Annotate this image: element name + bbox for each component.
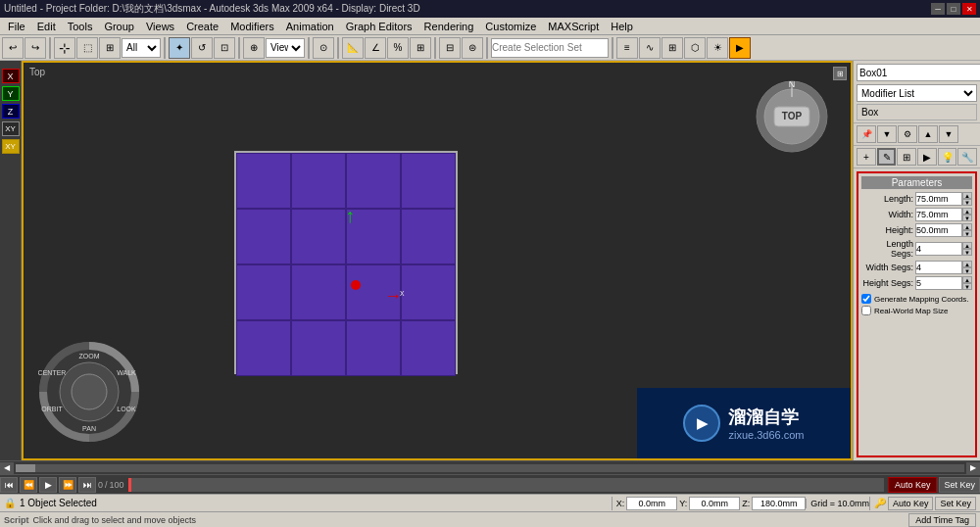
menu-tools[interactable]: Tools <box>62 20 99 33</box>
timeline-frame-track[interactable] <box>128 478 884 492</box>
curve-editor-button[interactable]: ∿ <box>639 37 661 59</box>
timeline-play[interactable]: ▶ <box>39 477 57 493</box>
length-segs-spin-up[interactable]: ▲ <box>962 242 972 249</box>
select-button[interactable]: ⊹ <box>54 37 75 59</box>
timeline-scroll-right[interactable]: ▶ <box>966 462 980 474</box>
width-segs-spin-down[interactable]: ▼ <box>962 267 972 274</box>
ref-coord-button[interactable]: ⊕ <box>243 37 265 59</box>
set-key-status[interactable]: Set Key <box>935 497 976 510</box>
maximize-button[interactable]: □ <box>947 3 960 15</box>
length-spin-down[interactable]: ▼ <box>962 199 972 206</box>
width-segs-input[interactable] <box>915 261 962 274</box>
modify-tab[interactable]: ✎ <box>877 148 897 166</box>
utilities-tab[interactable]: 🔧 <box>957 148 977 166</box>
spinner-snap-button[interactable]: ⊞ <box>410 37 431 59</box>
move-button[interactable]: ✦ <box>169 37 190 59</box>
modifier-up-button[interactable]: ▲ <box>918 125 938 143</box>
length-segs-input[interactable] <box>915 242 962 256</box>
modifier-stack-item[interactable]: Box <box>857 104 977 120</box>
width-segs-spin-up[interactable]: ▲ <box>962 261 972 267</box>
minimize-button[interactable]: ─ <box>931 3 945 15</box>
timeline-prev-frame[interactable]: ⏪ <box>20 477 37 493</box>
undo-button[interactable]: ↩ <box>2 37 24 59</box>
width-spin-up[interactable]: ▲ <box>962 208 972 215</box>
x-axis-button[interactable]: X <box>2 69 20 83</box>
layer-manager-button[interactable]: ≡ <box>616 37 638 59</box>
menu-modifiers[interactable]: Modifiers <box>224 20 280 33</box>
modifier-show-button[interactable]: ▼ <box>877 125 897 143</box>
real-world-map-checkbox[interactable] <box>861 306 871 315</box>
xy2-axis-button[interactable]: XY <box>2 139 20 154</box>
y-coord-input[interactable] <box>689 497 740 510</box>
angle-snap-button[interactable]: ∠ <box>365 37 386 59</box>
auto-key-button[interactable]: Auto Key <box>888 477 938 493</box>
height-segs-spin-down[interactable]: ▼ <box>962 283 972 290</box>
modifier-pin-button[interactable]: 📌 <box>857 125 876 143</box>
menu-group[interactable]: Group <box>98 20 140 33</box>
z-axis-button[interactable]: Z <box>2 104 20 119</box>
auto-key-status[interactable]: Auto Key <box>888 497 934 510</box>
height-input[interactable] <box>915 223 962 237</box>
mirror-button[interactable]: ⊟ <box>439 37 461 59</box>
height-segs-spin-up[interactable]: ▲ <box>962 276 972 283</box>
snap-button[interactable]: 📐 <box>342 37 364 59</box>
nav-widget[interactable]: ZOOM PAN CENTER WALK ORBIT LOOK <box>38 341 141 444</box>
menu-graph-editors[interactable]: Graph Editors <box>340 20 418 33</box>
generate-mapping-checkbox[interactable] <box>861 294 871 304</box>
set-key-button[interactable]: Set Key <box>939 477 980 493</box>
maximize-viewport-button[interactable]: ⊞ <box>833 67 847 80</box>
timeline-track[interactable] <box>16 464 964 472</box>
timeline-thumb[interactable] <box>16 464 35 472</box>
view-select[interactable]: View <box>266 38 305 58</box>
length-spin-up[interactable]: ▲ <box>962 192 972 199</box>
align-button[interactable]: ⊜ <box>462 37 483 59</box>
menu-edit[interactable]: Edit <box>31 20 62 33</box>
hierarchy-tab[interactable]: ⊞ <box>897 148 916 166</box>
z-coord-input[interactable] <box>752 497 806 510</box>
gizmo-y-arrow[interactable]: ↑ <box>345 205 355 227</box>
menu-animation[interactable]: Animation <box>280 20 340 33</box>
create-tab[interactable]: + <box>857 148 876 166</box>
select-filter-button[interactable]: ⊞ <box>99 37 121 59</box>
filter-select[interactable]: All <box>122 38 161 58</box>
xy-axis-button[interactable]: XY <box>2 121 20 136</box>
rotate-button[interactable]: ↺ <box>191 37 213 59</box>
height-segs-input[interactable] <box>915 276 962 290</box>
percent-snap-button[interactable]: % <box>387 37 409 59</box>
width-spin-down[interactable]: ▼ <box>962 215 972 221</box>
render-setup-button[interactable]: ☀ <box>707 37 728 59</box>
scale-button[interactable]: ⊡ <box>214 37 235 59</box>
motion-tab[interactable]: ▶ <box>917 148 937 166</box>
timeline-play-back[interactable]: ⏮ <box>0 477 18 493</box>
menu-create[interactable]: Create <box>180 20 224 33</box>
close-button[interactable]: ✕ <box>962 3 976 15</box>
material-editor-button[interactable]: ⬡ <box>684 37 706 59</box>
height-spin-up[interactable]: ▲ <box>962 223 972 230</box>
parameters-title-bar[interactable]: Parameters <box>861 176 972 189</box>
selection-set-input[interactable] <box>491 38 609 58</box>
redo-button[interactable]: ↪ <box>24 37 46 59</box>
select-region-button[interactable]: ⬚ <box>76 37 98 59</box>
compass-widget[interactable]: TOP N <box>753 77 831 156</box>
menu-maxscript[interactable]: MAXScript <box>542 20 605 33</box>
menu-file[interactable]: File <box>2 20 31 33</box>
menu-help[interactable]: Help <box>605 20 639 33</box>
modifier-list-select[interactable]: Modifier List <box>857 84 977 102</box>
timeline-play-fwd[interactable]: ⏭ <box>78 477 96 493</box>
y-axis-button[interactable]: Y <box>2 86 20 101</box>
viewport[interactable]: Top <box>22 61 853 460</box>
width-input[interactable] <box>915 208 962 221</box>
length-segs-spin-down[interactable]: ▼ <box>962 249 972 256</box>
render-button[interactable]: ▶ <box>729 37 751 59</box>
timeline-next-frame[interactable]: ⏩ <box>59 477 76 493</box>
add-time-tag-button[interactable]: Add Time Tag <box>908 513 976 527</box>
display-tab[interactable]: 💡 <box>938 148 957 166</box>
gizmo-center[interactable] <box>351 280 361 290</box>
pivot-button[interactable]: ⊙ <box>313 37 334 59</box>
menu-rendering[interactable]: Rendering <box>418 20 480 33</box>
length-input[interactable] <box>915 192 962 206</box>
timeline-scroll-left[interactable]: ◀ <box>0 462 14 474</box>
modifier-down-button[interactable]: ▼ <box>939 125 958 143</box>
schematic-button[interactable]: ⊞ <box>662 37 683 59</box>
x-coord-input[interactable] <box>626 497 677 510</box>
